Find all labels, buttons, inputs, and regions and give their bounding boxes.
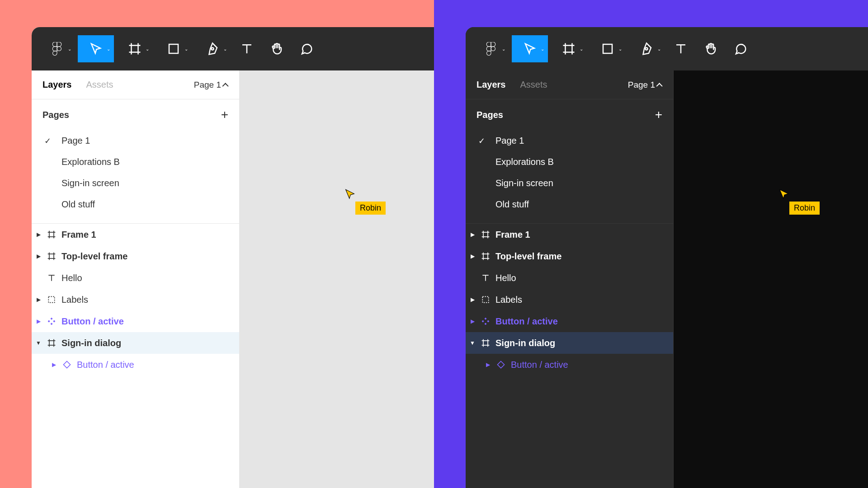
page-item[interactable]: ✓Page 1 [466,130,673,151]
rectangle-icon [601,42,614,56]
pen-icon [206,42,219,56]
tab-layers[interactable]: Layers [42,80,72,90]
expand-icon[interactable]: ▶ [35,296,42,303]
page-item[interactable]: Sign-in screen [466,173,673,194]
collaborator-cursor: Robin [344,188,356,202]
layer-item[interactable]: ▶Frame 1 [466,224,673,245]
frame-icon [46,338,57,348]
layer-label: Sign-in dialog [61,338,121,348]
layer-label: Button / active [61,316,124,327]
tab-layers[interactable]: Layers [476,80,506,90]
chevron-down-icon: ⌄ [657,47,661,52]
expand-icon[interactable]: ▶ [35,231,42,238]
pen-tool[interactable]: ⌄ [628,35,665,62]
left-sidebar: Layers Assets Page 1 Pages + ✓Page 1 Exp… [32,70,240,488]
page-item[interactable]: Old stuff [466,194,673,215]
page-label: Old stuff [495,199,529,210]
shape-tool[interactable]: ⌄ [590,35,626,62]
tab-assets[interactable]: Assets [520,80,547,90]
expand-icon[interactable]: ▶ [485,361,491,368]
page-selector[interactable]: Page 1 [194,80,228,90]
frame-icon [128,42,142,56]
text-icon [674,42,688,56]
add-page-button[interactable]: + [221,108,228,122]
pen-tool[interactable]: ⌄ [194,35,231,62]
layer-item[interactable]: ▶Labels [466,289,673,310]
figma-menu[interactable]: ⌄ [473,35,509,62]
page-selector[interactable]: Page 1 [628,80,662,90]
text-tool[interactable] [667,35,694,62]
collaborator-name: Robin [789,202,820,215]
page-label: Sign-in screen [495,178,553,188]
layer-label: Top-level frame [495,251,561,262]
pages-heading: Pages [42,110,69,120]
layer-item[interactable]: ▼Sign-in dialog [466,332,673,354]
expand-icon[interactable]: ▶ [51,361,57,368]
page-item[interactable]: Explorations B [466,151,673,173]
page-label: Explorations B [495,157,554,167]
canvas[interactable]: Robin [674,70,868,488]
svg-rect-43 [482,296,488,302]
expand-icon[interactable]: ▶ [469,296,476,303]
comment-tool[interactable] [727,35,754,62]
text-icon [480,272,491,283]
layer-item[interactable]: ▶Top-level frame [466,245,673,267]
hand-tool[interactable] [263,35,290,62]
page-item[interactable]: Old stuff [32,194,239,215]
svg-rect-19 [48,296,54,302]
rectangle-icon [167,42,180,56]
layer-item[interactable]: ▶Button / active [32,354,239,375]
collapse-icon[interactable]: ▼ [469,340,476,346]
expand-icon[interactable]: ▶ [469,253,476,259]
figma-logo-icon [50,42,64,56]
layer-item[interactable]: ▶Labels [32,289,239,310]
shape-tool[interactable]: ⌄ [156,35,192,62]
layer-item[interactable]: ▶Button / active [466,354,673,375]
layer-item[interactable]: Hello [32,267,239,289]
layer-item[interactable]: ▼Sign-in dialog [32,332,239,354]
collapse-icon[interactable]: ▼ [35,340,42,346]
collaborator-name: Robin [355,202,386,215]
svg-point-6 [212,48,214,50]
check-icon: ✓ [478,136,487,146]
expand-icon[interactable]: ▶ [469,318,476,324]
tab-assets[interactable]: Assets [86,80,113,90]
text-icon [46,272,57,283]
page-item[interactable]: Explorations B [32,151,239,173]
group-icon [46,294,57,305]
layer-label: Labels [61,295,88,305]
frame-icon [46,229,57,240]
frame-icon [480,338,491,348]
left-sidebar: Layers Assets Page 1 Pages + ✓Page 1 Exp… [466,70,674,488]
move-tool[interactable]: ⌄ [78,35,114,62]
hand-tool[interactable] [697,35,724,62]
layer-item[interactable]: ▶Button / active [32,310,239,332]
figma-menu[interactable]: ⌄ [39,35,75,62]
expand-icon[interactable]: ▶ [35,253,42,259]
frame-tool[interactable]: ⌄ [551,35,587,62]
cursor-icon [344,188,356,201]
expand-icon[interactable]: ▶ [35,318,42,324]
frame-icon [480,229,491,240]
layer-item[interactable]: Hello [466,267,673,289]
comment-icon [300,42,313,56]
layer-item[interactable]: ▶Top-level frame [32,245,239,267]
comment-tool[interactable] [293,35,320,62]
add-page-button[interactable]: + [655,108,662,122]
page-item[interactable]: ✓Page 1 [32,130,239,151]
canvas[interactable]: Robin [240,70,434,488]
frame-tool[interactable]: ⌄ [117,35,153,62]
expand-icon[interactable]: ▶ [469,231,476,238]
move-tool[interactable]: ⌄ [512,35,548,62]
text-tool[interactable] [233,35,260,62]
svg-rect-29 [603,44,612,53]
layer-item[interactable]: ▶Frame 1 [32,224,239,245]
layer-label: Hello [495,273,516,283]
chevron-down-icon: ⌄ [618,47,622,52]
page-item[interactable]: Sign-in screen [32,173,239,194]
frame-icon [480,251,491,262]
text-icon [240,42,254,56]
page-label: Page 1 [495,136,524,146]
layer-label: Frame 1 [61,230,96,240]
layer-item[interactable]: ▶Button / active [466,310,673,332]
